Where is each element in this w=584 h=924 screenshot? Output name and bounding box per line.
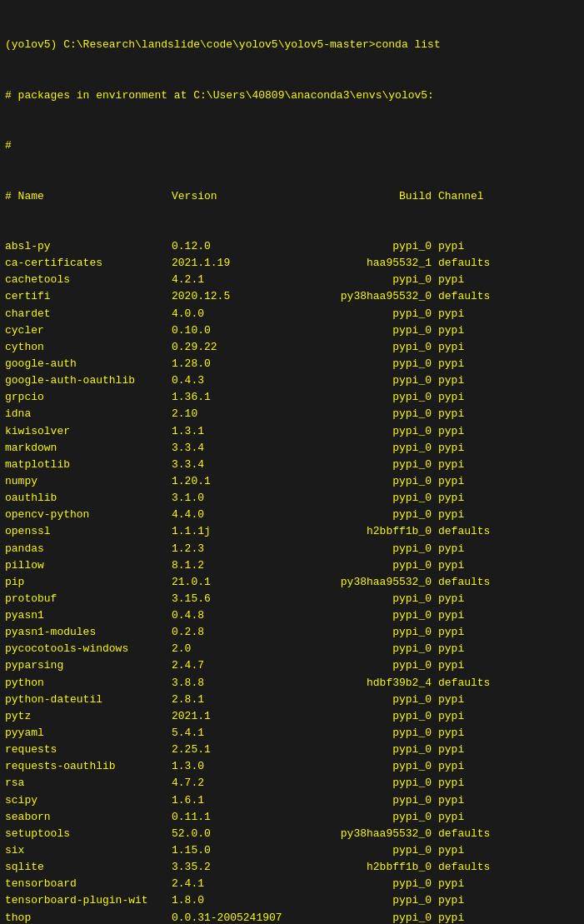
- pkg-build: pypi_0: [288, 892, 438, 909]
- table-row: pyparsing2.4.7pypi_0pypi: [5, 657, 579, 674]
- pkg-name: oauthlib: [5, 490, 172, 507]
- pkg-build: pypi_0: [288, 457, 438, 473]
- pkg-version: 3.15.6: [172, 591, 288, 607]
- table-row: pillow8.1.2pypi_0pypi: [5, 557, 579, 574]
- pkg-name: cycler: [5, 322, 172, 339]
- pkg-build: pypi_0: [288, 842, 438, 859]
- table-row: oauthlib3.1.0pypi_0pypi: [5, 490, 579, 507]
- pkg-build: py38haa95532_0: [288, 288, 438, 305]
- pkg-version: 52.0.0: [172, 826, 288, 842]
- comment1: #: [5, 137, 579, 154]
- pkg-name: kiwisolver: [5, 423, 172, 440]
- pkg-build: pypi_0: [288, 910, 438, 924]
- pkg-channel: pypi: [438, 876, 505, 892]
- pkg-build: pypi_0: [288, 490, 438, 507]
- pkg-name: grpcio: [5, 389, 172, 406]
- pkg-name: rsa: [5, 775, 172, 792]
- pkg-version: 4.4.0: [172, 507, 288, 523]
- table-row: kiwisolver1.3.1pypi_0pypi: [5, 423, 579, 440]
- pkg-build: pypi_0: [288, 657, 438, 674]
- pkg-name: protobuf: [5, 591, 172, 607]
- table-row: absl-py0.12.0pypi_0pypi: [5, 238, 579, 255]
- pkg-name: sqlite: [5, 859, 172, 876]
- pkg-channel: pypi: [438, 792, 505, 809]
- pkg-build: pypi_0: [288, 607, 438, 624]
- pkg-version: 1.8.0: [172, 892, 288, 909]
- pkg-version: 2.8.1: [172, 692, 288, 708]
- pkg-build: pypi_0: [288, 322, 438, 339]
- pkg-channel: pypi: [438, 389, 505, 406]
- pkg-channel: pypi: [438, 490, 505, 507]
- pkg-version: 2020.12.5: [172, 288, 288, 305]
- table-row: numpy1.20.1pypi_0pypi: [5, 473, 579, 490]
- pkg-channel: pypi: [438, 473, 505, 490]
- table-row: pandas1.2.3pypi_0pypi: [5, 541, 579, 557]
- pkg-name: tensorboard: [5, 876, 172, 892]
- table-row: certifi2020.12.5py38haa95532_0defaults: [5, 288, 579, 305]
- pkg-channel: pypi: [438, 692, 505, 708]
- pkg-name: google-auth-oauthlib: [5, 372, 172, 389]
- pkg-channel: pypi: [438, 708, 505, 725]
- pkg-build: pypi_0: [288, 473, 438, 490]
- pkg-channel: pypi: [438, 910, 505, 924]
- table-row: cachetools4.2.1pypi_0pypi: [5, 272, 579, 288]
- pkg-name: python: [5, 675, 172, 692]
- pkg-version: 1.2.3: [172, 541, 288, 557]
- pkg-name: setuptools: [5, 826, 172, 842]
- pkg-version: 0.29.22: [172, 339, 288, 356]
- pkg-build: pypi_0: [288, 624, 438, 641]
- table-row: cycler0.10.0pypi_0pypi: [5, 322, 579, 339]
- pkg-name: pip: [5, 574, 172, 591]
- pkg-channel: pypi: [438, 657, 505, 674]
- pkg-build: haa95532_1: [288, 255, 438, 272]
- table-row: setuptools52.0.0py38haa95532_0defaults: [5, 826, 579, 842]
- pkg-name: tensorboard-plugin-wit: [5, 892, 172, 909]
- pkg-build: pypi_0: [288, 876, 438, 892]
- pkg-version: 0.2.8: [172, 624, 288, 641]
- pkg-build: pypi_0: [288, 507, 438, 523]
- pkg-channel: pypi: [438, 339, 505, 356]
- pkg-name: certifi: [5, 288, 172, 305]
- table-row: thop0.0.31-2005241907pypi_0pypi: [5, 910, 579, 924]
- pkg-channel: pypi: [438, 322, 505, 339]
- pkg-build: pypi_0: [288, 708, 438, 725]
- table-row: six1.15.0pypi_0pypi: [5, 842, 579, 859]
- pkg-channel: defaults: [438, 859, 505, 876]
- pkg-channel: pypi: [438, 809, 505, 826]
- pkg-channel: pypi: [438, 238, 505, 255]
- pkg-channel: defaults: [438, 574, 505, 591]
- table-row: idna2.10pypi_0pypi: [5, 406, 579, 422]
- pkg-name: requests-oauthlib: [5, 758, 172, 775]
- pkg-build: hdbf39b2_4: [288, 675, 438, 692]
- package-list: absl-py0.12.0pypi_0pypica-certificates20…: [5, 238, 579, 924]
- pkg-channel: pypi: [438, 306, 505, 322]
- pkg-build: pypi_0: [288, 758, 438, 775]
- pkg-version: 0.12.0: [172, 238, 288, 255]
- table-row: pyasn1-modules0.2.8pypi_0pypi: [5, 624, 579, 641]
- pkg-channel: pypi: [438, 725, 505, 742]
- table-row: protobuf3.15.6pypi_0pypi: [5, 591, 579, 607]
- pkg-name: python-dateutil: [5, 692, 172, 708]
- pkg-version: 2021.1.19: [172, 255, 288, 272]
- pkg-version: 5.4.1: [172, 725, 288, 742]
- pkg-build: pypi_0: [288, 389, 438, 406]
- pkg-version: 1.15.0: [172, 842, 288, 859]
- pkg-name: openssl: [5, 523, 172, 540]
- table-row: pytz2021.1pypi_0pypi: [5, 708, 579, 725]
- pkg-channel: defaults: [438, 826, 505, 842]
- pkg-version: 2021.1: [172, 708, 288, 725]
- pkg-name: pytz: [5, 708, 172, 725]
- table-row: rsa4.7.2pypi_0pypi: [5, 775, 579, 792]
- pkg-name: pandas: [5, 541, 172, 557]
- table-row: opencv-python4.4.0pypi_0pypi: [5, 507, 579, 523]
- pkg-channel: pypi: [438, 272, 505, 288]
- pkg-build: h2bbff1b_0: [288, 523, 438, 540]
- table-row: google-auth-oauthlib0.4.3pypi_0pypi: [5, 372, 579, 389]
- pkg-name: pycocotools-windows: [5, 641, 172, 657]
- pkg-channel: pypi: [438, 541, 505, 557]
- table-row: seaborn0.11.1pypi_0pypi: [5, 809, 579, 826]
- pkg-build: pypi_0: [288, 238, 438, 255]
- pkg-version: 1.1.1j: [172, 523, 288, 540]
- pkg-name: seaborn: [5, 809, 172, 826]
- pkg-build: h2bbff1b_0: [288, 859, 438, 876]
